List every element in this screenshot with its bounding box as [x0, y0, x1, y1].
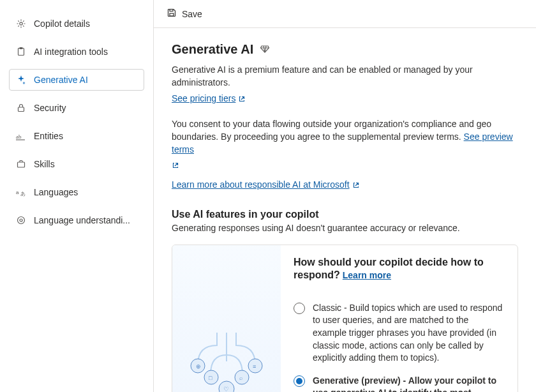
respond-learn-more-link[interactable]: Learn more	[343, 270, 391, 280]
respond-question-line2-row: respond? Learn more	[294, 269, 505, 292]
sidebar-item-label: Languages	[34, 187, 78, 197]
respond-question-line2: respond?	[294, 269, 340, 280]
radio-option-classic[interactable]: Classic - Build topics which are used to…	[294, 302, 505, 365]
sidebar-item-label: Entities	[34, 131, 63, 141]
translate-icon: aあ	[16, 187, 26, 197]
radio-option-generative[interactable]: Generative (preview) - Allow your copilo…	[294, 375, 505, 392]
briefcase-icon	[16, 159, 26, 169]
external-link-icon	[352, 181, 360, 188]
sidebar-item-label: AI integration tools	[34, 47, 108, 57]
svg-rect-3	[19, 107, 24, 112]
save-icon	[167, 8, 177, 20]
svg-point-9	[18, 217, 25, 224]
premium-diamond-icon	[260, 43, 270, 56]
main-panel: Save Generative AI Generative AI is a pr…	[153, 0, 536, 392]
sidebar-item-skills[interactable]: Skills	[9, 153, 144, 175]
svg-text:≡: ≡	[253, 363, 256, 370]
sparkle-icon	[16, 75, 26, 85]
sidebar-item-label: Copilot details	[34, 19, 90, 29]
sidebar-item-label: Skills	[34, 159, 55, 169]
svg-text:□: □	[209, 375, 212, 381]
clipboard-icon	[16, 47, 26, 57]
gear-icon	[16, 19, 26, 29]
svg-text:あ: あ	[20, 191, 26, 197]
sidebar-item-label: Generative AI	[34, 75, 88, 85]
save-button-label: Save	[182, 9, 202, 19]
external-link-icon	[238, 94, 246, 102]
ab-icon: ab	[16, 131, 26, 141]
sidebar-item-label: Security	[34, 103, 66, 113]
lock-icon	[16, 103, 26, 113]
sidebar-item-copilot-details[interactable]: Copilot details	[9, 13, 144, 34]
radio-label-generative: Generative (preview) - Allow your copilo…	[313, 375, 505, 392]
svg-point-0	[20, 22, 22, 25]
ai-network-illustration: ⊕ ≡ □ ⌕ ♡	[182, 326, 271, 392]
sidebar: Copilot details AI integration tools Gen…	[0, 0, 153, 392]
save-button[interactable]: Save	[161, 4, 207, 24]
section-heading: Use AI features in your copilot	[172, 209, 518, 220]
radio-label-classic: Classic - Build topics which are used to…	[313, 302, 505, 365]
svg-text:♡: ♡	[223, 386, 229, 392]
section-note: Generating responses using AI doesn't gu…	[172, 223, 518, 233]
radio-input-classic[interactable]	[294, 303, 305, 314]
radio-input-generative[interactable]	[294, 375, 305, 387]
svg-rect-1	[19, 49, 24, 56]
sidebar-item-language-understanding[interactable]: Language understandi...	[9, 209, 144, 231]
respond-question-line1: How should your copilot decide how to	[294, 257, 505, 268]
svg-text:⌕: ⌕	[239, 375, 242, 381]
svg-text:ab: ab	[16, 133, 22, 140]
respond-mode-card: ⊕ ≡ □ ⌕ ♡ How should your copilot decide…	[172, 245, 518, 392]
content: Generative AI Generative AI is a premium…	[154, 28, 536, 392]
premium-desc: Generative AI is a premium feature and c…	[172, 63, 518, 89]
svg-rect-6	[18, 162, 25, 167]
page-title-row: Generative AI	[172, 42, 518, 57]
external-link-icon	[172, 161, 179, 171]
gear-outline-icon	[16, 215, 26, 225]
svg-text:a: a	[16, 190, 19, 195]
svg-rect-12	[170, 10, 173, 11]
toolbar: Save	[154, 0, 536, 28]
svg-rect-11	[170, 13, 174, 16]
sidebar-item-label: Language understandi...	[34, 215, 130, 225]
responsible-ai-link[interactable]: Learn more about responsible AI at Micro…	[172, 179, 360, 190]
sidebar-item-generative-ai[interactable]: Generative AI	[9, 69, 144, 91]
consent-paragraph: You consent to your data flowing outside…	[172, 117, 518, 173]
sidebar-item-languages[interactable]: aあ Languages	[9, 181, 144, 203]
svg-text:⊕: ⊕	[196, 363, 201, 370]
card-illustration: ⊕ ≡ □ ⌕ ♡	[172, 245, 281, 392]
sidebar-item-ai-integration[interactable]: AI integration tools	[9, 41, 144, 63]
card-content: How should your copilot decide how to re…	[281, 245, 517, 392]
page-title: Generative AI	[172, 42, 253, 57]
sidebar-item-security[interactable]: Security	[9, 97, 144, 119]
svg-point-10	[20, 219, 22, 222]
sidebar-item-entities[interactable]: ab Entities	[9, 125, 144, 147]
pricing-tiers-link[interactable]: See pricing tiers	[172, 93, 246, 103]
